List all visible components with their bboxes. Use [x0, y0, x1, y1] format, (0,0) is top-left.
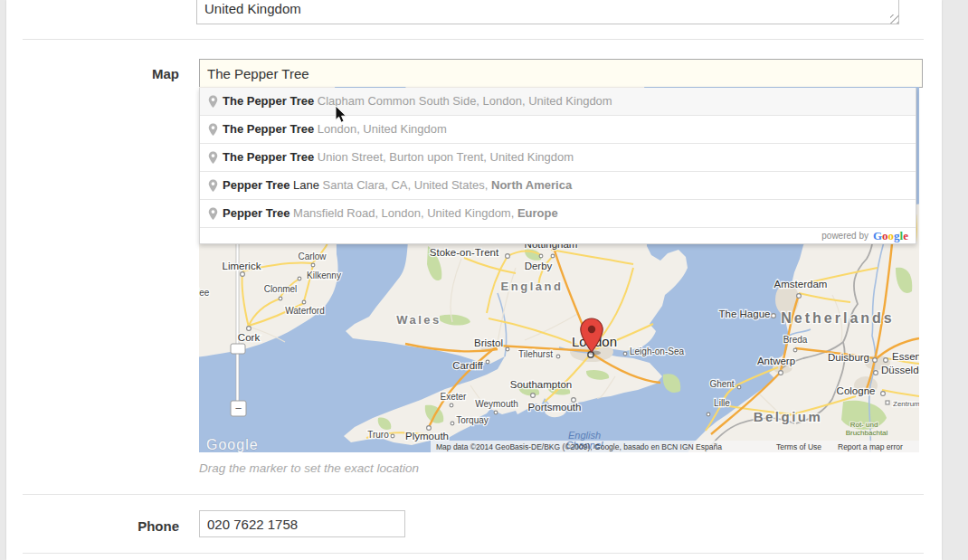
autocomplete-suggestion[interactable]: Pepper Tree Lane Santa Clara, CA, United…	[200, 172, 916, 200]
form-card: Map	[6, 0, 942, 560]
phone-field-label: Phone	[6, 518, 179, 534]
map-label: Derby	[525, 261, 553, 271]
map-label: Antwerp	[757, 356, 795, 366]
map-city-dot	[707, 413, 710, 416]
autocomplete-suggestion[interactable]: The Pepper Tree London, United Kingdom	[200, 116, 916, 144]
map-label: The Hague	[719, 308, 771, 319]
section-divider	[23, 39, 924, 40]
map-city-dot	[241, 272, 245, 277]
map-label: Netherlands	[781, 310, 894, 326]
map-city-dot	[873, 358, 878, 363]
map-attribution-text: Map data ©2014 GeoBasis-DE/BKG (©2009), …	[436, 442, 722, 451]
map-label: Cork	[238, 332, 261, 343]
map-city-dot	[539, 254, 543, 258]
powered-by-text: powered by	[821, 231, 868, 241]
map-label: Breda	[783, 335, 808, 345]
suggestion-main-text: Pepper Tree	[223, 178, 289, 192]
map-city-dot	[311, 263, 315, 267]
map-city-dot	[881, 392, 886, 396]
map-label: Kilkenny	[307, 271, 341, 280]
phone-input[interactable]	[199, 510, 405, 537]
map-city-dot	[793, 348, 797, 352]
map-label: Waterford	[285, 306, 325, 316]
map-label: Carlow	[298, 252, 327, 261]
places-autocomplete-dropdown: The Pepper Tree Clapham Common South Sid…	[199, 88, 916, 244]
map-city-dot	[623, 352, 627, 356]
map-city-dot	[556, 355, 560, 358]
map-label: Truro	[367, 430, 389, 440]
map-city-dot	[737, 385, 741, 389]
map-label: Clonmel	[264, 284, 298, 294]
map-label: Belgium	[754, 409, 823, 424]
place-pin-icon	[208, 179, 218, 193]
map-city-dot	[298, 277, 301, 280]
map-label: Leigh-on-Sea	[630, 346, 684, 356]
place-pin-icon	[208, 95, 218, 109]
suggestion-main-text: Pepper Tree	[223, 206, 289, 220]
map-label: Plymouth	[405, 431, 449, 441]
map-label: Weymouth	[475, 399, 518, 409]
map-label: Amsterdam	[774, 279, 828, 289]
map-city-dot	[551, 254, 555, 258]
map-label: Cologne	[837, 385, 876, 396]
map-label: Rot- und	[850, 421, 878, 429]
map-city-dot	[450, 403, 453, 407]
map-label: Duisburg	[828, 352, 869, 363]
map-label: England	[501, 280, 564, 293]
terms-of-use-link[interactable]: Terms of Use	[776, 442, 821, 451]
map-city-dot	[779, 371, 783, 375]
map-city-dot	[884, 358, 888, 363]
map-city-dot	[886, 401, 889, 404]
map-label: Tilehurst	[518, 349, 553, 359]
map-city-dot	[486, 360, 489, 364]
google-watermark-logo: Google	[206, 437, 259, 452]
map-city-dot	[772, 314, 776, 318]
map-label: Ghent	[709, 379, 734, 389]
drag-marker-hint: Drag the marker to set the exact locatio…	[199, 461, 419, 475]
zoom-slider-thumb[interactable]	[231, 344, 245, 354]
google-logo: Google	[873, 229, 908, 243]
report-map-error-link[interactable]: Report a map error	[838, 442, 903, 451]
map-label: Zentrum	[893, 400, 919, 408]
map-label: Wales	[396, 313, 441, 327]
map-city-dot	[506, 347, 509, 351]
map-label: Portsmouth	[528, 402, 582, 413]
map-city-dot	[494, 411, 498, 414]
address-textarea[interactable]	[196, 0, 899, 24]
autocomplete-suggestion[interactable]: The Pepper Tree Union Street, Burton upo…	[200, 144, 916, 172]
map-city-dot	[797, 294, 802, 299]
page: Map	[0, 0, 968, 560]
zoom-out-minus-glyph: −	[235, 402, 242, 415]
map-city-dot	[451, 422, 454, 425]
suggestion-region-text: Europe	[517, 206, 558, 220]
place-pin-icon	[208, 151, 218, 165]
textarea-resize-grip[interactable]	[890, 14, 899, 24]
map-label: Cardiff	[452, 360, 483, 371]
map-city-dot	[279, 297, 282, 300]
map-label: Lille	[714, 398, 730, 408]
section-divider	[23, 494, 924, 495]
map-label: Bruchbachtal	[846, 429, 888, 437]
suggestion-region-text: North America	[491, 178, 572, 192]
map-city-dot	[531, 394, 536, 398]
suggestion-secondary-text: Union Street, Burton upon Trent, United …	[314, 150, 574, 164]
suggestion-main-text: The Pepper Tree	[223, 94, 314, 108]
place-pin-icon	[208, 207, 218, 221]
suggestion-plain-text: Lane	[289, 178, 319, 192]
map-field-label: Map	[6, 66, 179, 81]
map-label: Düsseldorf	[881, 365, 919, 375]
section-divider	[23, 553, 924, 554]
map-label: Bristol	[474, 337, 503, 348]
map-city-dot	[874, 371, 878, 375]
map-city-dot	[427, 426, 432, 431]
map-label: Torquay	[456, 415, 489, 425]
map-city-dot	[391, 434, 394, 438]
autocomplete-suggestion[interactable]: Pepper Tree Mansfield Road, London, Unit…	[200, 200, 916, 228]
autocomplete-suggestion[interactable]: The Pepper Tree Clapham Common South Sid…	[200, 88, 916, 116]
map-city-dot	[506, 254, 510, 259]
place-pin-icon	[208, 123, 218, 137]
map-label: Limerick	[223, 261, 261, 271]
suggestion-secondary-text: Mansfield Road, London, United Kingdom,	[289, 206, 517, 220]
map-search-input[interactable]	[199, 59, 923, 88]
powered-by-google: powered by Google	[200, 228, 916, 243]
